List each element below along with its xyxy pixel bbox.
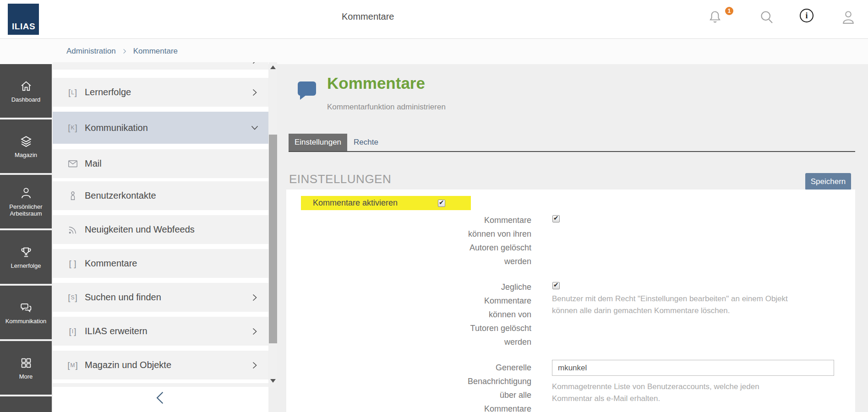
breadcrumb-kommentare[interactable]: Kommentare <box>133 47 178 56</box>
sidebar-item-dashboard[interactable]: Dashboard <box>0 64 52 118</box>
menu-item-kommunikation[interactable]: [K] Kommunikation <box>53 112 268 144</box>
ilias-admin-page: ILIAS Kommentare 1 i <box>0 0 868 412</box>
collapse-menu-button[interactable] <box>151 388 170 409</box>
activate-comments-label: Kommentare aktivieren <box>313 198 398 208</box>
mail-icon <box>67 158 79 170</box>
rail-label: Magazin <box>13 152 39 158</box>
scrollbar-down-arrow[interactable] <box>270 379 276 383</box>
sidebar-item-kommunikation[interactable]: Kommunikation <box>0 286 52 339</box>
grid-icon <box>19 356 33 370</box>
tab-einstellungen[interactable]: Einstellungen <box>289 134 347 152</box>
sidebar-item-more[interactable]: More <box>0 341 52 395</box>
menu-item-partial-bottom[interactable] <box>53 383 268 387</box>
tab-bar: Einstellungen Rechte <box>289 134 385 152</box>
user-icon <box>840 8 857 27</box>
tutor-delete-checkbox[interactable] <box>552 282 560 289</box>
scrollbar-thumb[interactable] <box>269 135 277 343</box>
notification-accounts-input[interactable] <box>552 360 834 376</box>
trophy-icon <box>19 245 33 259</box>
author-delete-label: Kommentare können von ihren Autoren gelö… <box>286 213 531 268</box>
bracket-icon: [S] <box>68 293 78 303</box>
menu-item-benutzerkontakte[interactable]: Benutzerkontakte <box>53 181 268 210</box>
sidebar-item-magazin[interactable]: Magazin <box>0 119 52 173</box>
content-title: Kommentare <box>327 74 425 92</box>
chevron-right-icon <box>249 87 260 98</box>
bracket-icon: [M] <box>67 360 78 370</box>
breadcrumb-administration[interactable]: Administration <box>66 47 116 56</box>
menu-scrollbar <box>269 62 277 388</box>
chevron-right-icon <box>249 326 260 337</box>
menu-item-partial-top[interactable] <box>53 62 268 70</box>
tab-rechte[interactable]: Rechte <box>347 134 385 152</box>
notification-badge[interactable]: 1 <box>724 6 734 16</box>
page-title-header: Kommentare <box>342 11 394 22</box>
search-icon <box>759 8 775 26</box>
chevron-right-icon <box>249 292 260 303</box>
tutor-delete-label: Jegliche Kommentare können von Tutoren g… <box>286 280 531 349</box>
section-heading: EINSTELLUNGEN <box>289 172 391 186</box>
contact-person-icon <box>67 190 79 202</box>
content-subtitle: Kommentarfunktion administrieren <box>327 103 446 112</box>
bracket-icon: [I] <box>69 326 77 336</box>
bell-icon <box>707 8 723 26</box>
comment-bubble-icon <box>298 81 316 96</box>
search-button[interactable] <box>759 8 777 28</box>
rail-label: Persönlicher Arbeitsraum <box>0 203 52 217</box>
ilias-logo[interactable]: ILIAS <box>8 4 39 35</box>
content-area: Kommentare Kommentarfunktion administrie… <box>278 64 868 412</box>
author-delete-checkbox[interactable] <box>552 215 560 222</box>
top-header: ILIAS Kommentare 1 i <box>0 0 868 39</box>
sidebar-item-persoenlicher-arbeitsraum[interactable]: Persönlicher Arbeitsraum <box>0 175 52 228</box>
activate-comments-checkbox[interactable] <box>438 200 445 207</box>
sidebar-item-lernerfolge[interactable]: Lernerfolge <box>0 230 52 284</box>
breadcrumb-chevron-icon <box>121 48 128 55</box>
ilias-logo-text: ILIAS <box>12 22 35 32</box>
rail-label: Lernerfolge <box>9 262 43 269</box>
help-button[interactable]: i <box>800 9 813 22</box>
notifications-button[interactable] <box>707 8 726 28</box>
notification-label: Generelle Benachrichtigung über alle Kom… <box>286 361 531 412</box>
settings-form: Kommentare aktivieren Kommentare können … <box>286 190 855 412</box>
sidebar-item-partial[interactable] <box>0 396 52 412</box>
chevron-left-icon <box>151 388 170 407</box>
bracket-icon: [K] <box>68 123 78 133</box>
menu-item-lernerfolge[interactable]: [L] Lernerfolge <box>53 78 268 107</box>
tutor-delete-byline: Benutzer mit dem Recht "Einstellungen be… <box>552 293 841 317</box>
activate-comments-row-highlight: Kommentare aktivieren <box>301 196 471 210</box>
rail-label: Kommunikation <box>4 318 49 325</box>
breadcrumb: Administration Kommentare <box>0 39 868 64</box>
administration-menu-panel: [L] Lernerfolge [K] Kommunikation Mail <box>53 62 268 412</box>
rail-label: Dashboard <box>10 96 43 103</box>
home-icon <box>19 79 33 93</box>
menu-item-magazin-und-objekte[interactable]: [M] Magazin und Objekte <box>53 351 268 379</box>
save-button[interactable]: Speichern <box>805 173 851 190</box>
bracket-icon: [ ] <box>69 259 77 269</box>
menu-item-kommentare[interactable]: [ ] Kommentare <box>53 249 268 278</box>
chevron-right-icon <box>249 360 260 371</box>
chevron-down-icon <box>249 122 260 133</box>
chat-bubbles-icon <box>19 301 33 314</box>
rss-icon <box>67 224 79 236</box>
menu-item-mail[interactable]: Mail <box>53 149 268 178</box>
menu-item-ilias-erweitern[interactable]: [I] ILIAS erweitern <box>53 317 268 346</box>
scrollbar-up-arrow[interactable] <box>270 65 276 69</box>
tab-underline <box>289 151 855 152</box>
menu-item-suchen-und-finden[interactable]: [S] Suchen und finden <box>53 283 268 312</box>
layers-icon <box>19 135 33 148</box>
bracket-icon: [L] <box>68 87 77 98</box>
user-menu-button[interactable] <box>840 8 858 28</box>
chevron-right-icon <box>249 62 260 66</box>
info-icon: i <box>805 11 808 21</box>
rail-label: More <box>17 373 35 380</box>
notification-byline: Kommagetrennte Liste von Benutzeraccount… <box>552 381 841 405</box>
menu-item-neuigkeiten-webfeeds[interactable]: Neuigkeiten und Webfeeds <box>53 215 268 244</box>
person-icon <box>19 186 33 200</box>
